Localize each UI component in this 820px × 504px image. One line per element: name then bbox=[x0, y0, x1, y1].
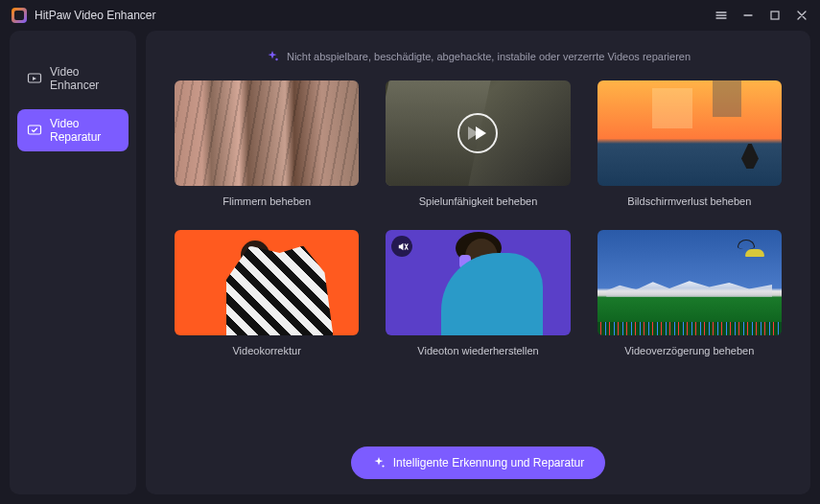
close-button[interactable] bbox=[795, 9, 808, 22]
app-title: HitPaw Video Enhancer bbox=[35, 9, 156, 22]
footer: Intelligente Erkennung und Reparatur bbox=[175, 433, 782, 479]
card-label: Spielunfähigkeit beheben bbox=[386, 195, 570, 207]
card-label: Bildschirmverlust beheben bbox=[597, 195, 782, 207]
thumb-audio bbox=[386, 230, 570, 335]
maximize-icon bbox=[769, 10, 781, 21]
svg-rect-0 bbox=[771, 11, 779, 19]
repair-icon bbox=[27, 123, 42, 138]
titlebar-left: HitPaw Video Enhancer bbox=[12, 8, 156, 23]
smart-repair-button[interactable]: Intelligente Erkennung und Reparatur bbox=[351, 447, 605, 479]
content-panel: Nicht abspielbare, beschädigte, abgehack… bbox=[146, 31, 810, 494]
sidebar-item-label: Video Reparatur bbox=[50, 117, 119, 144]
play-overlay-icon bbox=[457, 113, 498, 153]
sidebar-item-enhancer[interactable]: Video Enhancer bbox=[17, 57, 129, 100]
sidebar-item-label: Video Enhancer bbox=[50, 65, 119, 92]
enhance-icon bbox=[27, 71, 42, 86]
card-label: Videokorrektur bbox=[175, 345, 359, 356]
tagline-text: Nicht abspielbare, beschädigte, abgehack… bbox=[287, 51, 691, 62]
thumb-flicker bbox=[175, 80, 359, 186]
thumb-screenloss bbox=[597, 80, 782, 186]
thumb-delay bbox=[597, 230, 782, 335]
mute-icon bbox=[391, 236, 412, 257]
maximize-button[interactable] bbox=[768, 9, 782, 22]
svg-point-4 bbox=[382, 465, 384, 467]
card-label: Videoverzögerung beheben bbox=[597, 345, 782, 356]
card-label: Videoton wiederherstellen bbox=[386, 345, 570, 356]
close-icon bbox=[796, 10, 808, 21]
cta-label: Intelligente Erkennung und Reparatur bbox=[393, 456, 584, 470]
thumb-playback bbox=[386, 80, 570, 186]
window-controls bbox=[715, 9, 808, 22]
minimize-icon bbox=[742, 10, 754, 21]
card-audio[interactable]: Videoton wiederherstellen bbox=[386, 230, 570, 356]
app-logo-icon bbox=[12, 8, 27, 23]
card-flicker[interactable]: Flimmern beheben bbox=[175, 80, 359, 207]
sidebar-item-repair[interactable]: Video Reparatur bbox=[17, 109, 129, 151]
content-tagline: Nicht abspielbare, beschädigte, abgehack… bbox=[175, 50, 782, 63]
repair-options-grid: Flimmern beheben Spielunfähigkeit behebe… bbox=[175, 80, 782, 433]
minimize-button[interactable] bbox=[741, 9, 755, 22]
sparkle-icon bbox=[266, 50, 279, 63]
hamburger-icon bbox=[715, 10, 727, 21]
menu-button[interactable] bbox=[715, 9, 728, 22]
titlebar: HitPaw Video Enhancer bbox=[0, 0, 820, 31]
svg-point-3 bbox=[275, 58, 277, 60]
card-label: Flimmern beheben bbox=[175, 195, 359, 207]
card-playback[interactable]: Spielunfähigkeit beheben bbox=[386, 80, 570, 207]
main-area: Video Enhancer Video Reparatur Nicht abs… bbox=[0, 31, 820, 504]
card-screenloss[interactable]: Bildschirmverlust beheben bbox=[597, 80, 782, 207]
card-delay[interactable]: Videoverzögerung beheben bbox=[597, 230, 782, 356]
card-colorcorrect[interactable]: Videokorrektur bbox=[175, 230, 359, 356]
thumb-colorcorrect bbox=[175, 230, 359, 335]
sidebar: Video Enhancer Video Reparatur bbox=[10, 31, 136, 494]
wand-icon bbox=[372, 456, 386, 470]
svg-rect-2 bbox=[29, 126, 41, 134]
